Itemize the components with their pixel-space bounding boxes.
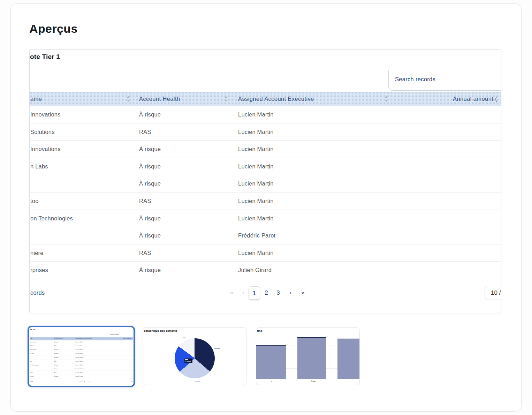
thumbnail-pie-chart[interactable]: ographique des comptes: [143, 327, 246, 385]
table-row[interactable]: Innovations À risque Lucien Martin: [30, 340, 133, 344]
search-input[interactable]: [108, 332, 133, 337]
search-input[interactable]: [388, 68, 501, 91]
pie-slice-label: [183, 337, 186, 338]
pagination-next-button[interactable]: ›: [287, 287, 294, 299]
pie-slice-label: [195, 381, 201, 382]
column-header-account-health[interactable]: Account Health: [54, 337, 63, 340]
pagination-page-2[interactable]: 2: [81, 380, 82, 383]
column-header-assigned-account-executive[interactable]: Assigned Account Executive: [238, 92, 314, 106]
column-header-annual-amount[interactable]: Annual amount (: [453, 92, 497, 106]
panel-title: ote Tier 1: [30, 53, 60, 61]
cell-account-health: RAS: [139, 193, 151, 210]
sort-icon[interactable]: [224, 96, 228, 102]
cell-account-executive: Lucien Martin: [238, 106, 274, 123]
table-row[interactable]: too RAS Lucien Martin: [30, 359, 133, 363]
pagination-first-button[interactable]: «: [73, 380, 75, 383]
table-row[interactable]: Solutions RAS Lucien Martin: [30, 123, 501, 141]
cell-account-executive: Frédéric Parot: [238, 227, 275, 244]
pagination-page-2[interactable]: 2: [263, 287, 270, 299]
thumbnail-table-mini: ote Tier 1 ame Account Health Assigned A…: [30, 328, 133, 386]
cell-account-name: n Labs: [30, 352, 34, 355]
cell-account-executive: Lucien Martin: [75, 371, 83, 375]
table-row[interactable]: on Technologies À risque Lucien Martin: [30, 210, 501, 227]
table-row[interactable]: Innovations À risque Lucien Martin: [30, 348, 133, 352]
records-count: cords: [30, 279, 45, 306]
cell-account-executive: Lucien Martin: [75, 355, 83, 359]
pagination-last-button[interactable]: »: [298, 287, 307, 299]
page-title: Aperçus: [29, 22, 78, 36]
cell-account-name: nière: [30, 244, 44, 262]
cell-account-health: À risque: [139, 175, 161, 193]
table-row[interactable]: n Labs À risque Lucien Martin: [30, 158, 501, 175]
table-body: Innovations À risque Lucien Martin Solut…: [30, 106, 501, 279]
sort-icon[interactable]: [108, 338, 108, 339]
cell-account-name: too: [30, 193, 39, 210]
pie-tooltip: [184, 359, 192, 363]
page: Aperçus ote Tier 1 ame Account Health As…: [0, 0, 532, 415]
table-row[interactable]: n Labs À risque Lucien Martin: [30, 352, 133, 355]
cell-account-executive: Lucien Martin: [75, 348, 83, 352]
thumbnail-bar-chart[interactable]: ring Today: [256, 327, 360, 385]
page-size-select[interactable]: 10 /: [485, 286, 501, 300]
legend-swatch: [185, 361, 187, 362]
cell-account-health: À risque: [54, 348, 59, 352]
cell-account-executive: Julien Girard: [75, 375, 83, 378]
pagination-prev-button[interactable]: ‹: [76, 380, 77, 383]
cell-account-name: Innovations: [30, 141, 61, 158]
cell-account-health: À risque: [54, 367, 59, 371]
records-count: cords: [30, 378, 33, 384]
table-row[interactable]: Innovations À risque Lucien Martin: [30, 141, 501, 158]
sort-icon[interactable]: [127, 96, 130, 102]
pagination-last-button[interactable]: »: [89, 380, 91, 383]
column-header-account-health[interactable]: Account Health: [139, 92, 180, 106]
table-footer: cords « ‹ 1 2 3 › » 10 /: [30, 378, 133, 384]
cell-account-executive: Lucien Martin: [238, 244, 274, 262]
sort-icon[interactable]: [385, 96, 388, 102]
column-header-account-name[interactable]: ame: [30, 92, 42, 106]
thumbnail-table-view[interactable]: ote Tier 1 ame Account Health Assigned A…: [28, 326, 135, 387]
column-header-account-name[interactable]: ame: [30, 337, 32, 340]
pagination-page-1-current[interactable]: 1: [249, 286, 260, 300]
cell-account-name: Innovations: [30, 106, 61, 123]
axis-tick: [350, 380, 350, 381]
cell-account-executive: Frédéric Parot: [75, 367, 84, 371]
bar-chart-title: ring: [257, 329, 263, 332]
records-panel: ote Tier 1 ame Account Health Assigned A…: [29, 49, 501, 313]
pagination-prev-button[interactable]: ‹: [240, 287, 246, 299]
pagination-next-button[interactable]: ›: [86, 380, 88, 383]
tooltip-text-line: [185, 359, 188, 360]
pie-slice-label: [214, 348, 220, 349]
cell-account-name: Innovations: [30, 340, 37, 344]
table-row[interactable]: À risque Lucien Martin: [30, 175, 501, 193]
sort-icon[interactable]: [51, 338, 52, 339]
pie-slice-label: [170, 362, 173, 362]
page-size-select[interactable]: 10 /: [130, 380, 134, 383]
cell-account-executive: Lucien Martin: [238, 141, 274, 158]
table-row[interactable]: too RAS Lucien Martin: [30, 193, 501, 210]
table-header: ame Account Health Assigned Account Exec…: [30, 92, 501, 106]
pagination-page-3[interactable]: 3: [84, 380, 85, 383]
table-row[interactable]: on Technologies À risque Lucien Martin: [30, 363, 133, 367]
pagination-page-1-current[interactable]: 1: [78, 380, 80, 383]
sort-icon[interactable]: [73, 338, 73, 339]
cell-account-executive: Lucien Martin: [238, 158, 274, 175]
pagination-first-button[interactable]: «: [228, 287, 236, 299]
bar: [297, 337, 326, 379]
table-row[interactable]: rprises À risque Julien Girard: [30, 262, 501, 279]
column-header-assigned-account-executive[interactable]: Assigned Account Executive: [75, 337, 92, 340]
table-row[interactable]: À risque Lucien Martin: [30, 355, 133, 359]
records-panel: ote Tier 1 ame Account Health Assigned A…: [30, 328, 133, 386]
cell-account-health: À risque: [139, 106, 161, 123]
table-row[interactable]: À risque Frédéric Parot: [30, 367, 133, 371]
table-row[interactable]: Solutions RAS Lucien Martin: [30, 344, 133, 348]
column-header-annual-amount[interactable]: Annual amount (: [123, 337, 132, 340]
table-row[interactable]: nière RAS Lucien Martin: [30, 371, 133, 375]
cell-account-name: Solutions: [30, 344, 35, 348]
table-row[interactable]: À risque Frédéric Parot: [30, 227, 501, 244]
table-row[interactable]: nière RAS Lucien Martin: [30, 244, 501, 262]
table-row[interactable]: rprises À risque Julien Girard: [30, 375, 133, 378]
table-row[interactable]: Innovations À risque Lucien Martin: [30, 106, 501, 123]
pagination-page-3[interactable]: 3: [275, 287, 282, 299]
cell-account-name: on Technologies: [30, 363, 39, 367]
cell-account-name: Solutions: [30, 123, 55, 141]
